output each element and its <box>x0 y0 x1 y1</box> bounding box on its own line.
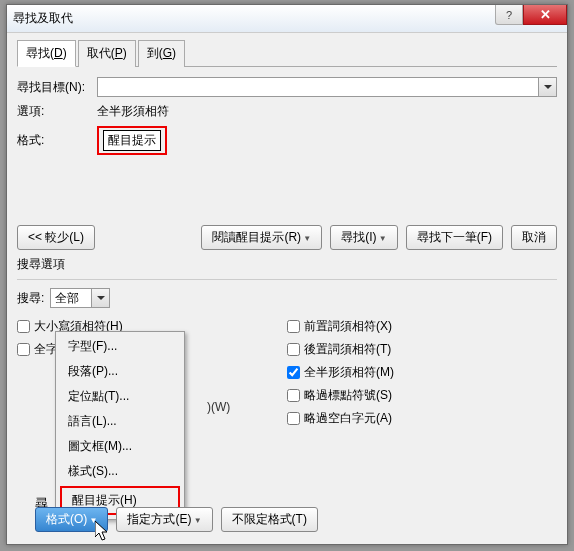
menu-font[interactable]: 字型(F)... <box>58 334 182 359</box>
check-suffix[interactable]: 後置詞須相符(T) <box>287 341 557 358</box>
find-target-label: 尋找目標(N): <box>17 79 97 96</box>
no-format-button[interactable]: 不限定格式(T) <box>221 507 318 532</box>
chevron-down-icon[interactable] <box>538 78 556 96</box>
special-button[interactable]: 指定方式(E) <box>116 507 212 532</box>
format-menu: 字型(F)... 段落(P)... 定位點(T)... 語言(L)... 圖文框… <box>55 331 185 520</box>
dialog-title: 尋找及取代 <box>13 10 73 27</box>
format-value: 醒目提示 <box>103 130 161 151</box>
options-label: 選項: <box>17 103 97 120</box>
format-label: 格式: <box>17 132 97 149</box>
check-ignore-punct[interactable]: 略過標點符號(S) <box>287 387 557 404</box>
tab-strip: 尋找(D) 取代(P) 到(G) <box>17 39 557 67</box>
search-direction-combo[interactable]: 全部 <box>50 288 110 308</box>
menu-paragraph[interactable]: 段落(P)... <box>58 359 182 384</box>
less-button[interactable]: << 較少(L) <box>17 225 95 250</box>
format-highlight-box: 醒目提示 <box>97 126 167 155</box>
find-next-button[interactable]: 尋找下一筆(F) <box>406 225 503 250</box>
find-in-button[interactable]: 尋找(I) <box>330 225 397 250</box>
menu-frame[interactable]: 圖文框(M)... <box>58 434 182 459</box>
menu-tabs[interactable]: 定位點(T)... <box>58 384 182 409</box>
tab-replace[interactable]: 取代(P) <box>78 40 136 67</box>
tab-find[interactable]: 尋找(D) <box>17 40 76 67</box>
tab-goto[interactable]: 到(G) <box>138 40 185 67</box>
check-fullhalf[interactable]: 全半形須相符(M) <box>287 364 557 381</box>
search-options-label: 搜尋選項 <box>17 256 557 273</box>
check-prefix[interactable]: 前置詞須相符(X) <box>287 318 557 335</box>
partial-text: )(W) <box>207 400 230 414</box>
find-replace-dialog: 尋找及取代 ? ✕ 尋找(D) 取代(P) 到(G) 尋找目標(N): 選項: … <box>6 4 568 545</box>
search-direction-label: 搜尋: <box>17 290 44 307</box>
cursor-icon <box>95 521 113 545</box>
chevron-down-icon[interactable] <box>91 289 109 307</box>
cancel-button[interactable]: 取消 <box>511 225 557 250</box>
read-highlight-button[interactable]: 閱讀醒目提示(R) <box>201 225 322 250</box>
find-target-input[interactable] <box>97 77 557 97</box>
titlebar[interactable]: 尋找及取代 ? ✕ <box>7 5 567 33</box>
menu-style[interactable]: 樣式(S)... <box>58 459 182 484</box>
menu-language[interactable]: 語言(L)... <box>58 409 182 434</box>
close-button[interactable]: ✕ <box>523 5 567 25</box>
help-button[interactable]: ? <box>495 5 523 25</box>
options-value: 全半形須相符 <box>97 103 169 120</box>
check-ignore-space[interactable]: 略過空白字元(A) <box>287 410 557 427</box>
